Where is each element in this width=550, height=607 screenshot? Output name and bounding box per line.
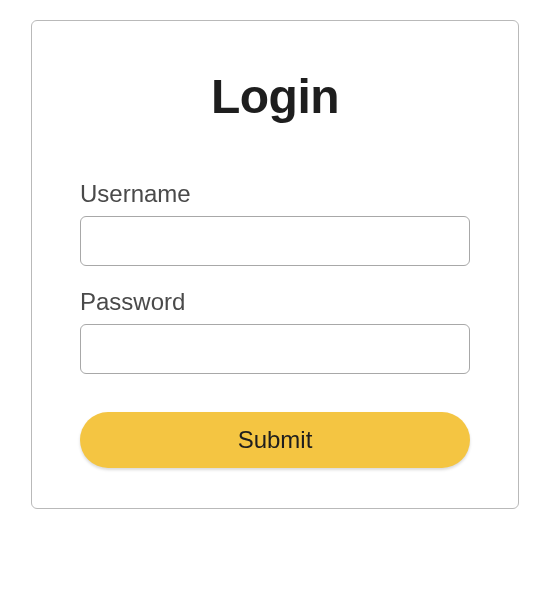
submit-button[interactable]: Submit xyxy=(80,412,470,468)
username-label: Username xyxy=(80,180,470,208)
login-title: Login xyxy=(80,69,470,124)
username-input[interactable] xyxy=(80,216,470,266)
username-group: Username xyxy=(80,180,470,266)
password-label: Password xyxy=(80,288,470,316)
login-card: Login Username Password Submit xyxy=(31,20,519,509)
password-group: Password xyxy=(80,288,470,374)
password-input[interactable] xyxy=(80,324,470,374)
